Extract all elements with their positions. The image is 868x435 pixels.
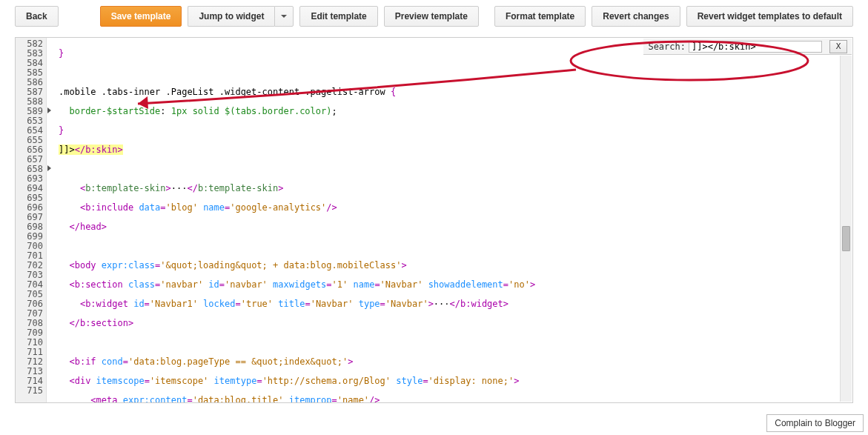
vertical-scrollbar[interactable] [840,56,852,402]
search-label: Search: [648,41,686,52]
code-area[interactable]: } .mobile .tabs-inner .PageList .widget-… [47,38,852,402]
jump-to-widget-caret[interactable] [274,6,294,27]
revert-widget-templates-button[interactable]: Revert widget templates to default [686,6,853,27]
search-bar: Search: X [643,39,852,55]
code-editor: Search: X 582583584585586587588589653654… [15,37,853,403]
edit-template-button[interactable]: Edit template [299,6,377,27]
preview-template-button[interactable]: Preview template [384,6,479,27]
save-template-button[interactable]: Save template [100,6,182,27]
back-button[interactable]: Back [15,6,59,27]
jump-to-widget-button[interactable]: Jump to widget [188,6,274,27]
fold-arrow-icon[interactable] [47,165,51,171]
scrollbar-thumb[interactable] [842,226,850,251]
fold-arrow-icon[interactable] [47,107,51,113]
search-close-button[interactable]: X [829,40,847,53]
caret-down-icon [281,15,287,18]
line-number-gutter: 5825835845855865875885896536546556566576… [16,38,47,402]
revert-changes-button[interactable]: Revert changes [592,6,680,27]
format-template-button[interactable]: Format template [494,6,586,27]
complain-to-blogger-button[interactable]: Complain to Blogger [766,414,864,432]
jump-to-widget-group: Jump to widget [188,6,294,27]
search-input[interactable] [689,41,822,53]
line-number: 715 [17,386,43,396]
toolbar: Back Save template Jump to widget Edit t… [0,0,868,37]
